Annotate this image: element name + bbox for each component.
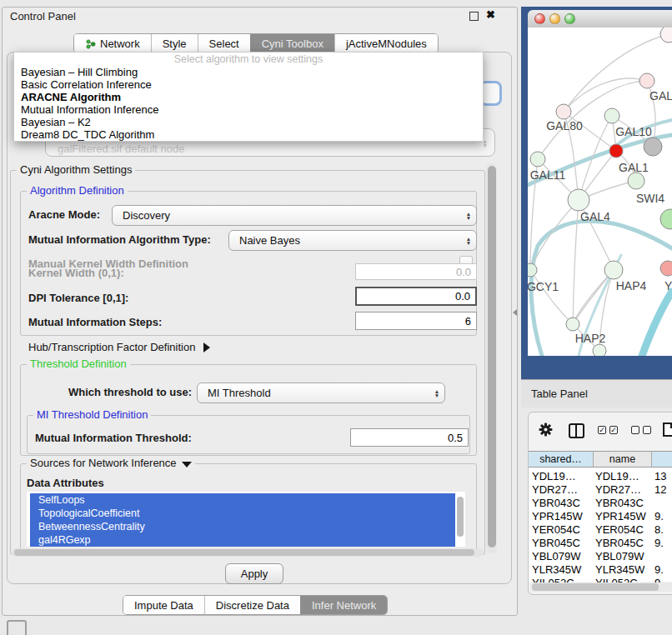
tab-infer-network-label: Infer Network (312, 599, 376, 612)
table-row[interactable]: YPR145WYPR145W9. (529, 509, 672, 522)
node-label: GAL80 (546, 119, 583, 132)
settings-vertical-scrollbar[interactable] (486, 163, 497, 553)
node-label: GCY1 (528, 280, 559, 293)
mi-threshold-value: 0.5 (448, 432, 463, 444)
table-row[interactable]: YDR27…YDR27…12 (529, 482, 672, 496)
tab-select[interactable]: Select (198, 34, 250, 52)
network-edge[interactable] (530, 270, 573, 324)
zoom-traffic-light-icon[interactable] (564, 13, 575, 24)
table-row[interactable]: YBR045CYBR045C9. (529, 536, 672, 549)
tab-cyni-toolbox[interactable]: Cyni Toolbox (250, 34, 334, 52)
dpi-tolerance-field[interactable]: 0.0 (355, 287, 477, 306)
algorithm-dropdown-popup: Select algorithm to view settings Bayesi… (13, 52, 484, 142)
network-node-gal10[interactable] (604, 108, 619, 123)
network-node-gal80[interactable] (556, 104, 571, 119)
network-edge[interactable] (642, 292, 672, 356)
sources-group-title: Sources for Network Inference (27, 458, 195, 469)
network-node[interactable] (644, 138, 662, 156)
tab-infer-network[interactable]: Infer Network (300, 596, 387, 614)
hub-transcription-factor-expander[interactable]: Hub/Transcription Factor Definition (28, 341, 210, 353)
table-row[interactable]: YLR345WYLR345W9. (529, 562, 672, 576)
network-node[interactable] (660, 209, 672, 229)
minimize-traffic-light-icon[interactable] (549, 13, 560, 24)
list-item-gal4rgexp[interactable]: gal4RGexp (30, 533, 455, 547)
mi-algorithm-type-value: Naive Bayes (229, 234, 461, 247)
aracne-mode-combobox[interactable]: Discovery ▲▼ (112, 205, 477, 226)
cyni-bottom-tabbar: Impute Data Discretize Data Infer Networ… (123, 595, 388, 615)
list-item-selfloops[interactable]: SelfLoops (30, 493, 455, 507)
network-edge[interactable] (530, 200, 579, 270)
splitter-collapse-arrow-icon[interactable] (513, 309, 517, 316)
float-window-icon[interactable] (469, 12, 479, 21)
minimized-panel-icon[interactable] (7, 620, 27, 635)
algorithm-option-bayesian-k2[interactable]: Bayesian – K2 (14, 116, 483, 128)
close-icon[interactable]: ✖ (486, 8, 495, 21)
network-edge[interactable] (573, 200, 579, 324)
column-header-shared-name[interactable]: shared… (529, 451, 594, 468)
tab-network[interactable]: Network (74, 34, 151, 52)
kernel-width-label: Kernel Width (0,1): (28, 267, 124, 279)
mi-steps-field[interactable]: 6 (355, 312, 477, 330)
file-icon[interactable] (662, 422, 672, 440)
algorithm-option-bayesian-hill-climbing[interactable]: Bayesian – Hill Climbing (14, 66, 483, 78)
network-node-y[interactable] (660, 261, 672, 276)
attribute-list-scrollbar[interactable] (457, 495, 464, 543)
algorithm-option-dream8[interactable]: Dream8 DC_TDC Algorithm (14, 128, 483, 141)
tab-impute-data[interactable]: Impute Data (123, 596, 204, 614)
mi-algorithm-type-label: Mutual Information Algorithm Type: (28, 233, 211, 246)
select-all-checkboxes-icon[interactable]: ✓✓ (598, 426, 621, 438)
network-node-gal[interactable] (639, 73, 654, 88)
sources-title-text: Sources for Network Inference (30, 457, 177, 469)
tab-style[interactable]: Style (151, 34, 198, 52)
deselect-checkboxes-icon[interactable] (631, 426, 654, 438)
algorithm-option-mutual-information[interactable]: Mutual Information Inference (14, 103, 483, 116)
table-horizontal-scrollbar[interactable] (530, 582, 672, 592)
which-threshold-combobox[interactable]: MI Threshold ▲▼ (197, 382, 445, 403)
kernel-width-field[interactable]: 0.0 (355, 263, 477, 280)
mi-threshold-label: Mutual Information Threshold: (35, 432, 192, 444)
mi-steps-value: 6 (465, 315, 471, 328)
node-label: Y (664, 279, 672, 292)
table-row[interactable]: YDL19…YDL19…13 (529, 469, 672, 482)
tab-impute-data-label: Impute Data (134, 599, 193, 612)
network-node-gal4[interactable] (568, 189, 589, 211)
node-label: GAL10 (615, 125, 652, 138)
network-node-gcy1[interactable] (528, 263, 537, 277)
network-edge[interactable] (564, 78, 647, 112)
network-node-hap4[interactable] (604, 261, 623, 279)
which-threshold-value: MI Threshold (198, 387, 429, 399)
apply-button[interactable]: Apply (225, 563, 283, 584)
network-node[interactable] (593, 344, 606, 356)
algorithm-option-basic-correlation[interactable]: Basic Correlation Inference (14, 78, 483, 91)
network-node[interactable] (660, 28, 672, 42)
list-item-topologicalcoefficient[interactable]: TopologicalCoefficient (30, 507, 455, 520)
network-node-hap2[interactable] (566, 318, 579, 331)
mi-algorithm-type-combobox[interactable]: Naive Bayes ▲▼ (228, 230, 477, 251)
network-node-gal11[interactable] (530, 152, 545, 167)
table-row[interactable]: YBL079WYBL079W (529, 549, 672, 562)
network-view[interactable]: GALGAL80GAL10GAL1GAL11SWI4GAL4GCY1HAP4YH… (528, 28, 672, 356)
settings-gear-icon[interactable] (539, 422, 553, 439)
mi-steps-label: Mutual Information Steps: (28, 316, 162, 328)
split-columns-icon[interactable] (569, 423, 584, 438)
settings-horizontal-scrollbar[interactable] (12, 548, 484, 557)
collapse-arrow-icon[interactable] (182, 462, 192, 468)
tab-select-label: Select (209, 38, 239, 50)
table-row[interactable]: YER054CYER054C8. (529, 522, 672, 536)
combo-spinner-icon: ▲▼ (461, 237, 476, 245)
algorithm-dropdown-prompt: Select algorithm to view settings (14, 52, 483, 66)
column-header-clipped[interactable] (652, 451, 672, 468)
network-canvas[interactable]: GALGAL80GAL10GAL1GAL11SWI4GAL4GCY1HAP4YH… (528, 28, 672, 356)
network-node-gal1[interactable] (609, 144, 623, 158)
mi-threshold-field[interactable]: 0.5 (350, 428, 469, 447)
column-header-name[interactable]: name (594, 451, 652, 468)
kernel-width-value: 0.0 (456, 266, 471, 278)
close-traffic-light-icon[interactable] (534, 13, 545, 24)
tab-discretize-data-label: Discretize Data (216, 599, 289, 612)
table-row[interactable]: YBR043CYBR043C (529, 496, 672, 509)
tab-discretize-data[interactable]: Discretize Data (204, 596, 300, 614)
algorithm-option-aracne[interactable]: ARACNE Algorithm (14, 91, 483, 103)
network-node-swi4[interactable] (628, 172, 644, 189)
tab-jactivemnodules[interactable]: jActiveMNodules (334, 34, 438, 52)
list-item-betweennesscentrality[interactable]: BetweennessCentrality (30, 520, 455, 533)
